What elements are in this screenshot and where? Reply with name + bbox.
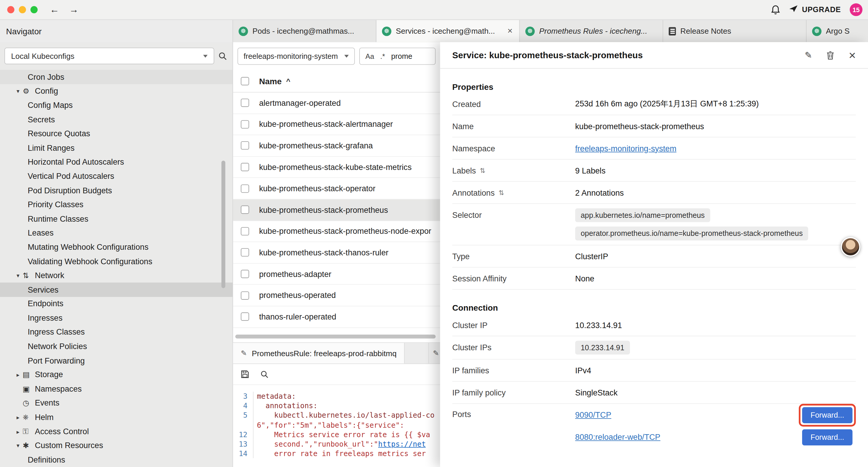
sidebar-item[interactable]: Secrets bbox=[0, 112, 232, 126]
table-row[interactable]: kube-prometheus-stack-kube-state-metrics bbox=[233, 157, 440, 178]
detail-value: 10.233.14.91 bbox=[575, 341, 856, 355]
yaml-editor[interactable]: 3metadata:4 annotations:5 kubectl.kubern… bbox=[233, 385, 440, 459]
save-icon[interactable] bbox=[241, 370, 249, 378]
sidebar-item[interactable]: Leases bbox=[0, 226, 232, 240]
dock-tab-partial[interactable]: ✎ bbox=[428, 343, 440, 363]
notification-count-badge[interactable]: 15 bbox=[850, 3, 862, 16]
row-checkbox[interactable] bbox=[241, 120, 249, 128]
sidebar-item[interactable]: Validating Webhook Configurations bbox=[0, 254, 232, 268]
sidebar-item[interactable]: Limit Ranges bbox=[0, 141, 232, 155]
select-all-checkbox[interactable] bbox=[241, 77, 249, 85]
sidebar-item[interactable]: Config Maps bbox=[0, 98, 232, 112]
sidebar-item[interactable]: Cron Jobs bbox=[0, 70, 232, 84]
namespace-link[interactable]: freeleaps-monitoring-system bbox=[575, 144, 677, 152]
sidebar-item[interactable]: ▾ ⚙ Config bbox=[0, 84, 232, 98]
search-input[interactable]: Aa .* prome bbox=[359, 47, 436, 64]
sidebar-item[interactable]: ▸ ⎈ Helm bbox=[0, 410, 232, 424]
row-checkbox[interactable] bbox=[241, 227, 249, 235]
sidebar-item[interactable]: Priority Classes bbox=[0, 198, 232, 212]
table-row[interactable]: kube-prometheus-stack-thanos-ruler bbox=[233, 242, 440, 263]
table-row[interactable]: alertmanager-operated bbox=[233, 92, 440, 114]
row-checkbox[interactable] bbox=[241, 206, 249, 214]
edit-service-button[interactable]: ✎ bbox=[805, 50, 812, 61]
close-window-button[interactable] bbox=[7, 6, 14, 13]
back-button[interactable]: ← bbox=[50, 4, 59, 15]
row-checkbox[interactable] bbox=[241, 184, 249, 193]
delete-service-button[interactable] bbox=[827, 51, 834, 59]
sidebar-item[interactable]: Vertical Pod Autoscalers bbox=[0, 169, 232, 183]
namespace-filter-dropdown[interactable]: freeleaps-monitoring-system bbox=[238, 47, 355, 64]
row-checkbox[interactable] bbox=[241, 99, 249, 107]
close-tab-icon[interactable]: × bbox=[506, 26, 514, 36]
sidebar-item[interactable]: Endpoints bbox=[0, 297, 232, 311]
table-row[interactable]: thanos-ruler-operated bbox=[233, 306, 440, 327]
forward-button[interactable]: Forward... bbox=[802, 407, 852, 423]
table-row[interactable]: kube-prometheus-stack-alertmanager bbox=[233, 114, 440, 135]
sidebar-item[interactable]: Ingresses bbox=[0, 311, 232, 325]
sidebar-item[interactable]: Resource Quotas bbox=[0, 126, 232, 141]
table-row[interactable]: prometheus-adapter bbox=[233, 264, 440, 285]
sidebar-item[interactable]: ▸ ⚿ Access Control bbox=[0, 424, 232, 438]
drawer-actions: ✎ × bbox=[805, 49, 856, 61]
match-case-toggle[interactable]: Aa bbox=[366, 52, 374, 60]
port-link[interactable]: 9090/TCP bbox=[575, 411, 611, 419]
sort-toggle-icon[interactable]: ⇅ bbox=[498, 188, 504, 196]
editor-search-icon[interactable] bbox=[260, 370, 269, 378]
tree-chevron-icon[interactable]: ▾ bbox=[13, 272, 23, 279]
close-drawer-button[interactable]: × bbox=[849, 49, 856, 61]
sidebar-item[interactable]: Ingress Classes bbox=[0, 325, 232, 339]
row-checkbox[interactable] bbox=[241, 163, 249, 171]
tree-chevron-icon[interactable]: ▾ bbox=[13, 442, 23, 449]
minimize-window-button[interactable] bbox=[19, 6, 26, 13]
notifications-bell-icon[interactable] bbox=[771, 5, 780, 15]
row-checkbox[interactable] bbox=[241, 142, 249, 150]
sidebar-item[interactable]: ◷ Events bbox=[0, 396, 232, 410]
table-row[interactable]: kube-prometheus-stack-prometheus-node-ex… bbox=[233, 221, 440, 242]
editor-tab[interactable]: ☸ Prometheus Rules - icecheng... bbox=[520, 20, 663, 42]
table-horizontal-scrollbar[interactable] bbox=[235, 334, 435, 339]
sidebar-item[interactable]: Network Policies bbox=[0, 339, 232, 353]
table-row[interactable]: prometheus-operated bbox=[233, 285, 440, 306]
sidebar-item[interactable]: Horizontal Pod Autoscalers bbox=[0, 155, 232, 169]
editor-tab[interactable]: ☸ Argo S bbox=[807, 20, 868, 42]
table-row[interactable]: kube-prometheus-stack-grafana bbox=[233, 135, 440, 157]
sidebar-item[interactable]: ▾ ✱ Custom Resources bbox=[0, 438, 232, 453]
sidebar-item[interactable]: ▸ ▤ Storage bbox=[0, 368, 232, 382]
upgrade-button[interactable]: UPGRADE bbox=[788, 4, 841, 15]
kubeconfig-selector[interactable]: Local Kubeconfigs bbox=[4, 48, 214, 64]
sidebar-item[interactable]: Mutating Webhook Configurations bbox=[0, 240, 232, 254]
sort-toggle-icon[interactable]: ⇅ bbox=[480, 167, 486, 174]
forward-button[interactable]: → bbox=[69, 4, 79, 15]
forward-button[interactable]: Forward... bbox=[802, 429, 852, 445]
editor-tab[interactable]: ☸ Services - icecheng@math... × bbox=[376, 20, 520, 42]
sidebar-item[interactable]: ▾ ⇅ Network bbox=[0, 268, 232, 283]
sidebar-search-icon[interactable] bbox=[218, 52, 227, 60]
sidebar-item[interactable]: Services bbox=[0, 283, 232, 297]
row-checkbox[interactable] bbox=[241, 270, 249, 278]
dock-tab-prometheusrule[interactable]: ✎ PrometheusRule: freeleaps-prod-rabbitm… bbox=[233, 343, 405, 363]
tree-chevron-icon[interactable]: ▸ bbox=[13, 371, 23, 378]
table-row[interactable]: kube-prometheus-stack-prometheus bbox=[233, 200, 440, 221]
code-segment: annotations: bbox=[257, 402, 317, 410]
name-column-header[interactable]: Name ^ bbox=[259, 76, 290, 86]
editor-tab[interactable]: Release Notes bbox=[663, 20, 807, 42]
sidebar-item[interactable]: Port Forwarding bbox=[0, 353, 232, 368]
row-checkbox[interactable] bbox=[241, 249, 249, 257]
tree-chevron-icon[interactable]: ▸ bbox=[13, 428, 23, 435]
table-row[interactable]: kube-prometheus-stack-operator bbox=[233, 178, 440, 199]
row-checkbox[interactable] bbox=[241, 313, 249, 321]
sidebar-item[interactable]: Pod Disruption Budgets bbox=[0, 183, 232, 198]
detail-row-selector: Selectorapp.kubernetes.io/name=prometheu… bbox=[452, 204, 856, 245]
editor-tab[interactable]: ☸ Pods - icecheng@mathmas... bbox=[233, 20, 376, 42]
row-checkbox[interactable] bbox=[241, 291, 249, 299]
sidebar-item[interactable]: ▣ Namespaces bbox=[0, 382, 232, 396]
sidebar-item[interactable]: Runtime Classes bbox=[0, 212, 232, 226]
maximize-window-button[interactable] bbox=[30, 6, 37, 13]
sidebar-scrollbar[interactable] bbox=[221, 161, 225, 288]
port-link[interactable]: 8080:reloader-web/TCP bbox=[575, 433, 660, 442]
sidebar-item[interactable]: Definitions bbox=[0, 453, 232, 467]
tree-chevron-icon[interactable]: ▾ bbox=[13, 88, 23, 94]
tree-chevron-icon[interactable]: ▸ bbox=[13, 414, 23, 420]
regex-toggle[interactable]: .* bbox=[380, 52, 385, 60]
avatar[interactable] bbox=[841, 237, 860, 257]
